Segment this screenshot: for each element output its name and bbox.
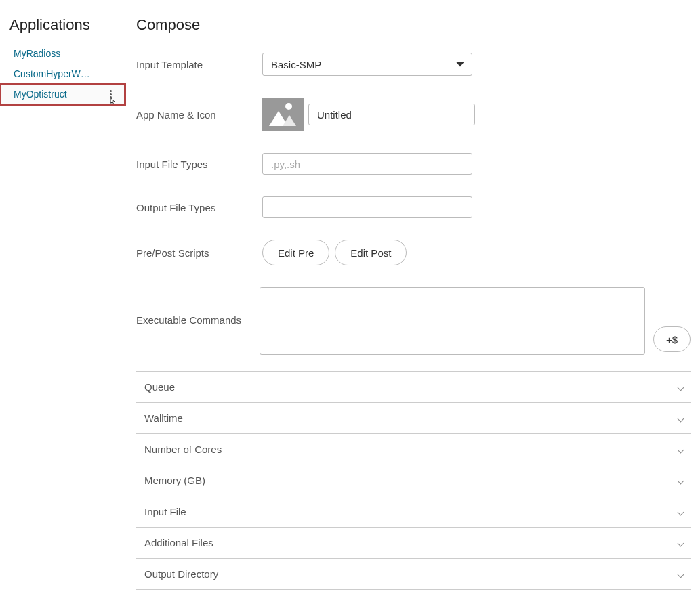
- sidebar-item-myoptistruct[interactable]: MyOptistruct: [0, 84, 125, 104]
- sidebar: Applications MyRadioss CustomHyperW… MyO…: [0, 0, 125, 602]
- label-input-template: Input Template: [136, 59, 262, 70]
- row-app-name: App Name & Icon: [136, 98, 691, 131]
- row-output-file-types: Output File Types: [136, 196, 691, 218]
- chevron-down-icon: [677, 384, 684, 391]
- row-pre-post: Pre/Post Scripts Edit Pre Edit Post: [136, 240, 691, 265]
- edit-post-button[interactable]: Edit Post: [335, 240, 407, 265]
- accordion-label: Number of Cores: [144, 444, 222, 455]
- chevron-down-icon: [677, 571, 684, 578]
- accordion: Queue Walltime Number of Cores Memory (G…: [136, 371, 691, 590]
- image-icon: [285, 103, 292, 110]
- app-list: MyRadioss CustomHyperW… MyOptistruct: [0, 43, 125, 104]
- row-exec-cmds: Executable Commands +$: [136, 287, 691, 355]
- label-pre-post: Pre/Post Scripts: [136, 247, 262, 259]
- accordion-label: Walltime: [144, 412, 183, 424]
- exec-commands-field[interactable]: [260, 287, 645, 355]
- accordion-output-dir[interactable]: Output Directory: [136, 559, 691, 590]
- accordion-walltime[interactable]: Walltime: [136, 403, 691, 434]
- edit-pre-button[interactable]: Edit Pre: [262, 240, 329, 265]
- output-file-types-field[interactable]: [262, 196, 472, 218]
- label-input-file-types: Input File Types: [136, 158, 262, 170]
- page-title: Compose: [136, 12, 691, 53]
- accordion-additional-files[interactable]: Additional Files: [136, 528, 691, 559]
- input-file-types-field[interactable]: [262, 153, 472, 175]
- sidebar-item-label: CustomHyperW…: [14, 68, 90, 79]
- accordion-memory[interactable]: Memory (GB): [136, 465, 691, 496]
- main-panel: Compose Input Template Basic-SMP App Nam…: [125, 0, 700, 602]
- row-input-template: Input Template Basic-SMP: [136, 53, 691, 76]
- chevron-down-icon: [677, 540, 684, 546]
- chevron-down-icon: [677, 477, 684, 484]
- sidebar-title: Applications: [0, 12, 125, 43]
- label-exec-cmds: Executable Commands: [136, 287, 260, 326]
- sidebar-item-myradioss[interactable]: MyRadioss: [0, 43, 125, 64]
- app-icon-placeholder[interactable]: [262, 98, 304, 131]
- label-output-file-types: Output File Types: [136, 202, 262, 213]
- accordion-label: Queue: [144, 381, 175, 393]
- sidebar-item-customhyperw[interactable]: CustomHyperW…: [0, 64, 125, 84]
- chevron-down-icon: [677, 509, 684, 515]
- accordion-input-file[interactable]: Input File: [136, 496, 691, 528]
- row-input-file-types: Input File Types: [136, 153, 691, 175]
- sidebar-item-label: MyRadioss: [14, 48, 60, 59]
- pointer-cursor-icon: [107, 96, 118, 104]
- accordion-cores[interactable]: Number of Cores: [136, 434, 691, 465]
- input-template-value: Basic-SMP: [271, 59, 321, 70]
- chevron-down-icon: [677, 446, 684, 453]
- accordion-label: Memory (GB): [144, 475, 205, 486]
- sidebar-item-label: MyOptistruct: [14, 89, 67, 100]
- accordion-label: Input File: [144, 506, 186, 517]
- chevron-down-icon: [677, 415, 684, 422]
- accordion-queue[interactable]: Queue: [136, 372, 691, 403]
- chevron-down-icon: [456, 62, 464, 67]
- accordion-label: Additional Files: [144, 537, 213, 549]
- add-variable-button[interactable]: +$: [653, 326, 691, 352]
- app-name-input[interactable]: [308, 104, 475, 125]
- label-app-name: App Name & Icon: [136, 109, 262, 121]
- input-template-select[interactable]: Basic-SMP: [262, 53, 472, 76]
- accordion-label: Output Directory: [144, 568, 218, 580]
